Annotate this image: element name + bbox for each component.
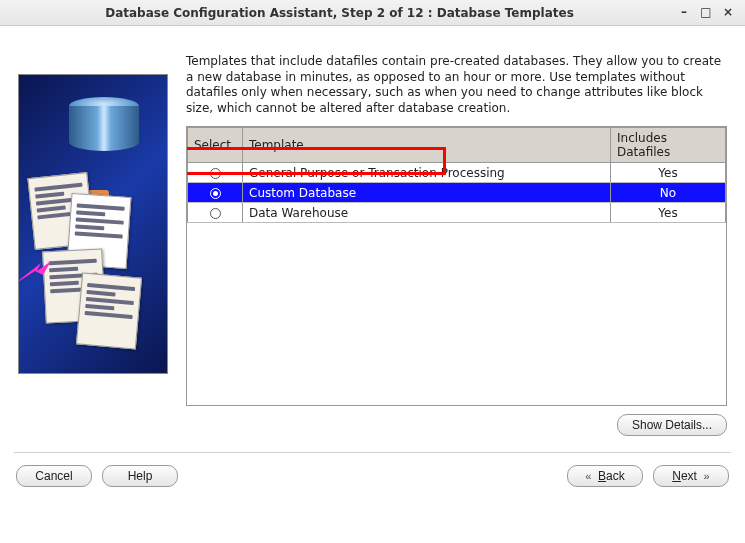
show-details-button[interactable]: Show Details... — [617, 414, 727, 436]
main-panel: Templates that include datafiles contain… — [186, 54, 727, 436]
table-row[interactable]: General Purpose or Transaction Processin… — [188, 163, 726, 183]
titlebar: Database Configuration Assistant, Step 2… — [0, 0, 745, 26]
col-header-includes: Includes Datafiles — [611, 128, 726, 163]
table-actions: Show Details... — [186, 414, 727, 436]
radio-cell[interactable] — [188, 203, 243, 223]
template-cell: General Purpose or Transaction Processin… — [243, 163, 611, 183]
document-icon — [76, 273, 142, 350]
window-title: Database Configuration Assistant, Step 2… — [8, 6, 671, 20]
radio-cell[interactable] — [188, 183, 243, 203]
content-area: Templates that include datafiles contain… — [0, 26, 745, 446]
radio-icon[interactable] — [210, 208, 221, 219]
includes-cell: No — [611, 183, 726, 203]
svg-marker-0 — [18, 261, 51, 285]
separator — [14, 452, 731, 453]
chevron-left-icon: « — [585, 470, 591, 482]
radio-icon[interactable] — [210, 188, 221, 199]
table-row[interactable]: Custom Database No — [188, 183, 726, 203]
col-header-template: Template — [243, 128, 611, 163]
database-cylinder-icon — [69, 97, 139, 157]
close-button[interactable]: × — [719, 5, 737, 21]
next-button[interactable]: Next » — [653, 465, 729, 487]
includes-cell: Yes — [611, 203, 726, 223]
description-text: Templates that include datafiles contain… — [186, 54, 727, 116]
wizard-illustration — [18, 74, 168, 374]
template-table: Select Template Includes Datafiles Gener… — [187, 127, 726, 223]
template-table-wrap: Select Template Includes Datafiles Gener… — [186, 126, 727, 406]
col-header-select: Select — [188, 128, 243, 163]
footer-buttons: Cancel Help « Back Next » — [0, 459, 745, 499]
minimize-button[interactable]: – — [675, 5, 693, 21]
table-row[interactable]: Data Warehouse Yes — [188, 203, 726, 223]
includes-cell: Yes — [611, 163, 726, 183]
template-cell: Data Warehouse — [243, 203, 611, 223]
radio-icon[interactable] — [210, 168, 221, 179]
chevron-right-icon: » — [704, 470, 710, 482]
radio-cell[interactable] — [188, 163, 243, 183]
cancel-button[interactable]: Cancel — [16, 465, 92, 487]
back-button[interactable]: « Back — [567, 465, 643, 487]
help-button[interactable]: Help — [102, 465, 178, 487]
template-cell: Custom Database — [243, 183, 611, 203]
maximize-button[interactable]: □ — [697, 5, 715, 21]
